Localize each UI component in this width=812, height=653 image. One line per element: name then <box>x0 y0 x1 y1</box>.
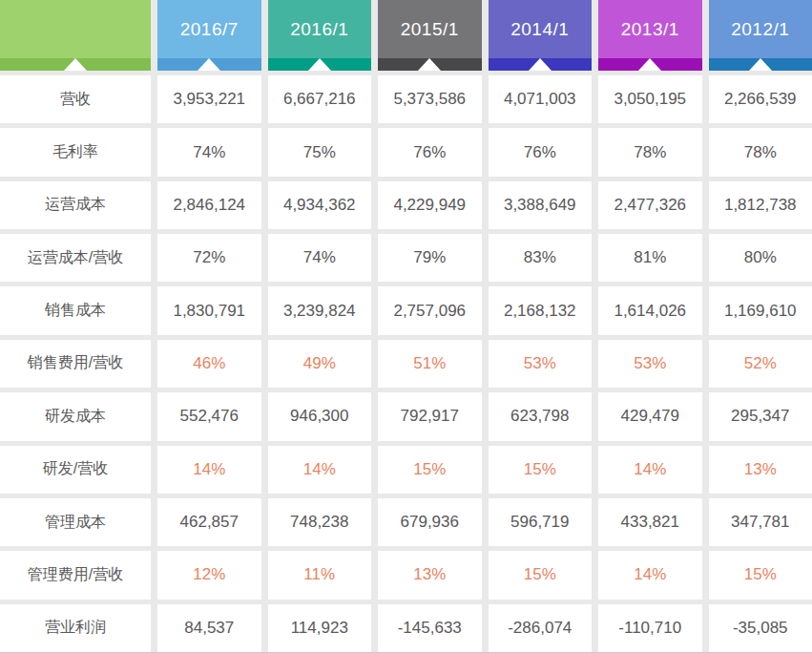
row-label: 管理费用/营收 <box>0 551 151 599</box>
data-cell: 15% <box>489 446 593 494</box>
data-cell: 623,798 <box>489 392 593 440</box>
data-cell: 3,050,195 <box>598 75 702 123</box>
data-cell: 748,238 <box>268 498 372 546</box>
data-cell: 4,071,003 <box>489 75 593 123</box>
data-cell: 552,476 <box>157 392 261 440</box>
header-cell-2016-7: 2016/7 <box>157 0 261 71</box>
row-label: 研发成本 <box>0 392 151 440</box>
row-label: 运营成本 <box>0 181 151 229</box>
header-cell-2016-1: 2016/1 <box>268 0 372 71</box>
header-label: 2015/1 <box>401 19 459 40</box>
header-notch-triangle-icon <box>638 58 661 71</box>
data-cell: 84,537 <box>157 604 261 652</box>
header-label: 2014/1 <box>510 19 569 40</box>
data-cell: 76% <box>489 128 593 176</box>
data-cell: 2,168,132 <box>489 286 593 334</box>
header-notch-triangle-icon <box>418 58 441 71</box>
header-cell-2012-1: 2012/1 <box>709 0 812 71</box>
data-cell: 49% <box>268 340 372 388</box>
data-cell: 74% <box>268 234 372 282</box>
data-cell: 75% <box>268 128 372 176</box>
data-cell: 13% <box>709 446 812 494</box>
data-cell: 462,857 <box>157 498 261 546</box>
data-cell: 11% <box>268 551 372 599</box>
header-notch-triangle-icon <box>198 58 220 71</box>
header-notch-triangle-icon <box>64 58 87 71</box>
row-label: 管理成本 <box>0 498 151 546</box>
data-cell: 46% <box>157 340 261 388</box>
data-cell: 679,936 <box>378 498 482 546</box>
header-cell-label <box>0 0 151 71</box>
data-cell: 3,953,221 <box>157 75 261 123</box>
header-label: 2013/1 <box>621 19 679 40</box>
data-cell: 295,347 <box>709 392 812 440</box>
data-cell: 1,614,026 <box>598 286 702 334</box>
row-label: 营收 <box>0 75 151 123</box>
data-cell: 74% <box>157 128 261 176</box>
data-cell: -145,633 <box>378 604 482 652</box>
row-label: 营业利润 <box>0 604 151 652</box>
data-cell: 114,923 <box>268 604 372 652</box>
data-cell: 946,300 <box>268 392 372 440</box>
header-cell-2014-1: 2014/1 <box>489 0 593 71</box>
data-cell: 792,917 <box>378 392 482 440</box>
data-cell: 72% <box>157 234 261 282</box>
data-cell: 52% <box>709 340 812 388</box>
data-cell: 429,479 <box>598 392 702 440</box>
financial-statement-page: { "page": { "background_color": "#e9e9e9… <box>0 0 812 653</box>
data-cell: 2,477,326 <box>598 181 702 229</box>
header-label: 2016/7 <box>180 19 239 40</box>
data-cell: 81% <box>598 234 702 282</box>
row-label: 毛利率 <box>0 128 151 176</box>
data-cell: 80% <box>709 234 812 282</box>
data-cell: 2,846,124 <box>157 181 261 229</box>
data-cell: 53% <box>489 340 593 388</box>
data-cell: 347,781 <box>709 498 812 546</box>
data-cell: 14% <box>268 446 372 494</box>
data-cell: 4,229,949 <box>378 181 482 229</box>
financial-metrics-table: 2016/72016/12015/12014/12013/12012/1营收3,… <box>0 0 812 652</box>
data-cell: 83% <box>489 234 593 282</box>
data-cell: 1,830,791 <box>157 286 261 334</box>
header-cell-2013-1: 2013/1 <box>598 0 702 71</box>
data-cell: 15% <box>489 551 593 599</box>
header-notch-triangle-icon <box>529 58 552 71</box>
data-cell: 1,169,610 <box>709 286 812 334</box>
header-notch-triangle-icon <box>749 58 772 71</box>
data-cell: -35,085 <box>709 604 812 652</box>
data-cell: 3,239,824 <box>268 286 372 334</box>
data-cell: 78% <box>709 128 812 176</box>
data-cell: 12% <box>157 551 261 599</box>
data-cell: 15% <box>709 551 812 599</box>
data-cell: -286,074 <box>489 604 593 652</box>
data-cell: -110,710 <box>598 604 702 652</box>
data-cell: 2,757,096 <box>378 286 482 334</box>
row-label: 销售成本 <box>0 286 151 334</box>
row-label: 销售费用/营收 <box>0 340 151 388</box>
data-cell: 76% <box>378 128 482 176</box>
data-cell: 14% <box>598 551 702 599</box>
data-cell: 51% <box>378 340 482 388</box>
data-cell: 6,667,216 <box>268 75 372 123</box>
data-cell: 13% <box>378 551 482 599</box>
data-cell: 433,821 <box>598 498 702 546</box>
header-label: 2012/1 <box>731 19 789 40</box>
data-cell: 596,719 <box>489 498 593 546</box>
header-cell-2015-1: 2015/1 <box>378 0 482 71</box>
data-cell: 53% <box>598 340 702 388</box>
data-cell: 2,266,539 <box>709 75 812 123</box>
data-cell: 14% <box>157 446 261 494</box>
data-cell: 4,934,362 <box>268 181 372 229</box>
data-cell: 1,812,738 <box>709 181 812 229</box>
data-cell: 5,373,586 <box>378 75 482 123</box>
header-label: 2016/1 <box>290 19 348 40</box>
row-label: 运营成本/营收 <box>0 234 151 282</box>
data-cell: 3,388,649 <box>489 181 593 229</box>
data-cell: 79% <box>378 234 482 282</box>
data-cell: 14% <box>598 446 702 494</box>
data-cell: 15% <box>378 446 482 494</box>
data-cell: 78% <box>598 128 702 176</box>
row-label: 研发/营收 <box>0 446 151 494</box>
header-notch-triangle-icon <box>308 58 331 71</box>
